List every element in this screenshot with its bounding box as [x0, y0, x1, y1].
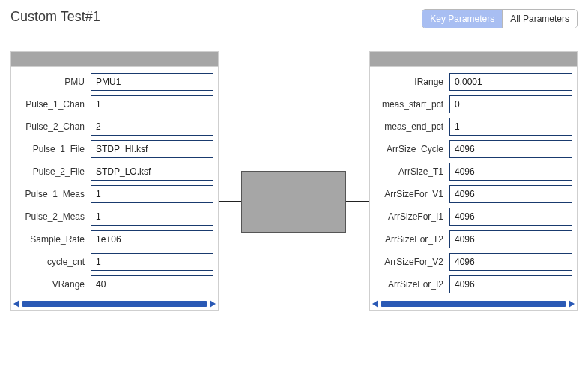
- param-input[interactable]: [449, 118, 572, 136]
- svg-marker-1: [210, 300, 216, 308]
- param-row: PMU: [16, 73, 213, 91]
- connector-right: [346, 201, 369, 202]
- param-label: cycle_cnt: [16, 256, 91, 267]
- param-input[interactable]: [449, 140, 572, 158]
- param-label: ArrSizeFor_I2: [375, 279, 449, 290]
- param-label: Pulse_1_Meas: [16, 189, 91, 200]
- param-row: ArrSizeFor_I1: [375, 208, 572, 226]
- param-row: ArrSizeFor_T2: [375, 230, 572, 248]
- param-label: ArrSizeFor_I1: [375, 212, 449, 222]
- left-param-list: PMUPulse_1_ChanPulse_2_ChanPulse_1_FileP…: [11, 67, 218, 299]
- param-label: Pulse_2_File: [16, 166, 91, 177]
- param-row: Pulse_2_Meas: [16, 208, 213, 226]
- param-label: Pulse_1_File: [16, 144, 91, 154]
- param-row: meas_start_pct: [375, 95, 572, 113]
- param-label: Pulse_2_Chan: [16, 122, 91, 132]
- param-input[interactable]: [449, 253, 572, 271]
- param-row: Sample_Rate: [16, 230, 213, 248]
- param-row: ArrSizeFor_V2: [375, 253, 572, 271]
- param-row: ArrSizeFor_I2: [375, 275, 572, 293]
- scroll-track[interactable]: [22, 301, 207, 307]
- param-input[interactable]: [449, 230, 572, 248]
- param-input[interactable]: [449, 95, 572, 113]
- left-scrollbar[interactable]: [11, 299, 218, 310]
- scroll-right-arrow-icon[interactable]: [568, 300, 575, 308]
- workspace: PMUPulse_1_ChanPulse_2_ChanPulse_1_FileP…: [10, 51, 578, 374]
- param-input[interactable]: [91, 163, 213, 181]
- tab-all-parameters[interactable]: All Parameters: [503, 10, 577, 28]
- page-title: Custom Test#1: [10, 9, 100, 25]
- param-label: ArrSize_Cycle: [375, 144, 449, 154]
- param-label: ArrSizeFor_T2: [375, 234, 449, 244]
- param-row: Pulse_1_File: [16, 140, 213, 158]
- param-row: Pulse_2_File: [16, 163, 213, 181]
- svg-marker-2: [372, 300, 378, 308]
- param-input[interactable]: [449, 185, 572, 203]
- param-row: ArrSize_T1: [375, 163, 572, 181]
- param-label: Pulse_1_Chan: [16, 99, 91, 110]
- param-row: meas_end_pct: [375, 118, 572, 136]
- connector-left: [219, 201, 241, 202]
- left-panel-header: [11, 52, 218, 67]
- param-row: Pulse_1_Chan: [16, 95, 213, 113]
- param-input[interactable]: [91, 95, 213, 113]
- param-input[interactable]: [91, 73, 213, 91]
- svg-marker-3: [569, 300, 575, 308]
- tab-key-parameters[interactable]: Key Parameters: [422, 10, 503, 28]
- param-row: ArrSize_Cycle: [375, 140, 572, 158]
- param-input[interactable]: [91, 275, 213, 293]
- right-param-list: IRangemeas_start_pctmeas_end_pctArrSize_…: [370, 67, 577, 299]
- param-label: ArrSizeFor_V2: [375, 256, 449, 267]
- right-parameter-panel: IRangemeas_start_pctmeas_end_pctArrSize_…: [369, 51, 578, 310]
- param-label: meas_start_pct: [375, 99, 449, 110]
- param-input[interactable]: [449, 163, 572, 181]
- param-input[interactable]: [449, 275, 572, 293]
- param-label: meas_end_pct: [375, 122, 449, 132]
- param-label: ArrSize_T1: [375, 166, 449, 177]
- param-row: VRange: [16, 275, 213, 293]
- param-label: IRange: [375, 76, 449, 87]
- scroll-left-arrow-icon[interactable]: [13, 300, 20, 308]
- scroll-left-arrow-icon[interactable]: [372, 300, 379, 308]
- param-input[interactable]: [91, 140, 213, 158]
- param-input[interactable]: [449, 73, 572, 91]
- param-input[interactable]: [91, 253, 213, 271]
- param-row: Pulse_2_Chan: [16, 118, 213, 136]
- param-label: ArrSizeFor_V1: [375, 189, 449, 200]
- param-label: Pulse_2_Meas: [16, 212, 91, 222]
- right-panel-header: [370, 52, 577, 67]
- param-input[interactable]: [91, 208, 213, 226]
- param-input[interactable]: [91, 185, 213, 203]
- param-row: cycle_cnt: [16, 253, 213, 271]
- param-row: IRange: [375, 73, 572, 91]
- param-label: Sample_Rate: [16, 234, 91, 244]
- param-input[interactable]: [91, 118, 213, 136]
- param-row: Pulse_1_Meas: [16, 185, 213, 203]
- param-input[interactable]: [91, 230, 213, 248]
- svg-marker-0: [13, 300, 19, 308]
- param-label: PMU: [16, 76, 91, 87]
- param-row: ArrSizeFor_V1: [375, 185, 572, 203]
- scroll-right-arrow-icon[interactable]: [209, 300, 216, 308]
- left-parameter-panel: PMUPulse_1_ChanPulse_2_ChanPulse_1_FileP…: [10, 51, 219, 310]
- parameter-tabs: Key Parameters All Parameters: [422, 9, 578, 28]
- right-scrollbar[interactable]: [370, 299, 577, 310]
- device-block[interactable]: [241, 171, 346, 232]
- param-label: VRange: [16, 279, 91, 290]
- param-input[interactable]: [449, 208, 572, 226]
- scroll-track[interactable]: [381, 301, 566, 307]
